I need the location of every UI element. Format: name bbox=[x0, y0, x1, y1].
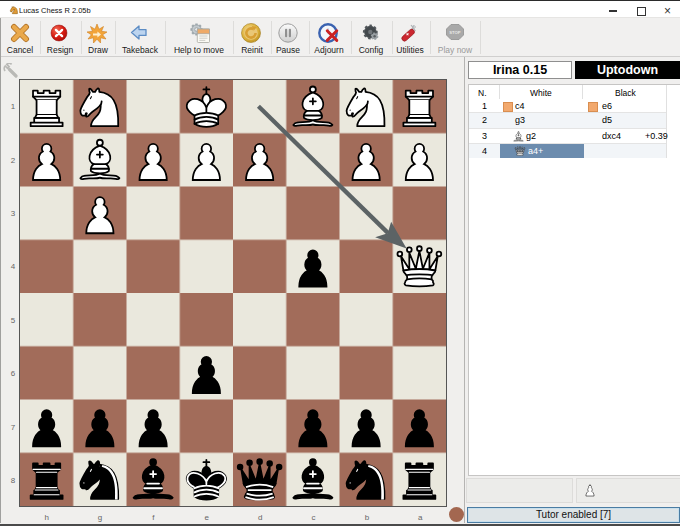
svg-text:STOP: STOP bbox=[449, 30, 461, 35]
